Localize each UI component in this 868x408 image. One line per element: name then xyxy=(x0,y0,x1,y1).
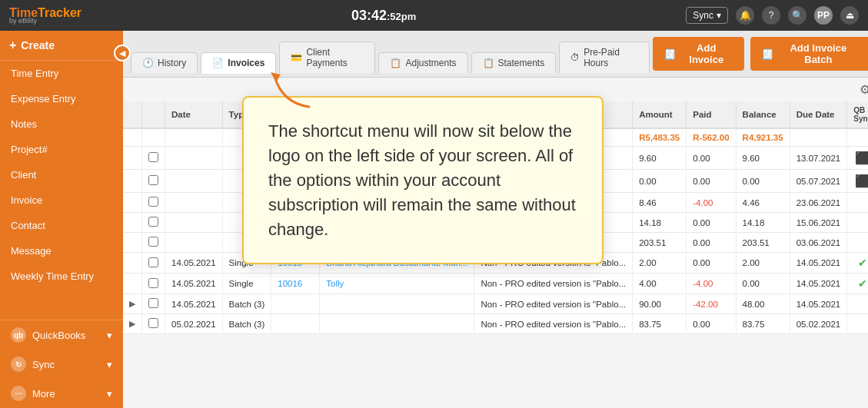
notifications-icon[interactable]: 🔔 xyxy=(736,6,754,25)
sidebar-bottom: qb QuickBooks ▾ ↻ Sync ▾ ⋯ More ▾ xyxy=(0,320,123,408)
row-client[interactable] xyxy=(320,294,474,314)
col-qb-sync[interactable]: QBSync xyxy=(847,101,868,128)
sidebar-item-quickbooks[interactable]: qb QuickBooks ▾ xyxy=(0,320,123,350)
row-type: Batch (3) xyxy=(222,294,271,314)
topbar: TimeTracker by eBility 03:42:52pm Sync ▾… xyxy=(0,0,868,31)
col-amount[interactable]: Amount xyxy=(633,101,687,128)
sidebar-item-expense-entry[interactable]: Expense Entry xyxy=(0,86,123,111)
row-amount: 14.18 xyxy=(633,213,687,233)
row-due-date: 23.06.2021 xyxy=(790,193,847,213)
row-checkbox[interactable] xyxy=(148,152,158,162)
row-project: Non - PRO edited version is "Pablo... xyxy=(474,274,633,294)
row-paid: 0.00 xyxy=(687,170,736,193)
search-icon[interactable]: 🔍 xyxy=(788,6,806,25)
tooltip-arrow xyxy=(267,68,321,113)
help-icon[interactable]: ? xyxy=(762,6,780,25)
sidebar-item-project[interactable]: Project# xyxy=(0,137,123,162)
row-paid: 0.00 xyxy=(687,213,736,233)
add-invoice-batch-button[interactable]: 🧾 Add Invoice Batch xyxy=(750,37,868,71)
create-button[interactable]: + Create xyxy=(0,31,123,61)
sidebar-item-message[interactable]: Message xyxy=(0,238,123,264)
row-checkbox[interactable] xyxy=(148,318,158,328)
row-expand[interactable] xyxy=(123,147,142,170)
summary-balance: R4,921.35 xyxy=(736,128,790,147)
tab-history[interactable]: 🕐 History xyxy=(131,52,198,73)
row-check[interactable] xyxy=(142,147,165,170)
row-checkbox[interactable] xyxy=(148,298,158,308)
tab-invoices[interactable]: 📄 Invoices xyxy=(201,52,276,74)
row-expand[interactable] xyxy=(123,213,142,233)
tab-adjustments[interactable]: 📋 Adjustments xyxy=(378,52,467,73)
col-balance[interactable]: Balance xyxy=(736,101,790,128)
row-expand[interactable] xyxy=(123,170,142,193)
logout-icon[interactable]: ⏏ xyxy=(840,6,859,25)
row-check[interactable] xyxy=(142,314,165,334)
topbar-actions: Sync ▾ 🔔 ? 🔍 PP ⏏ xyxy=(686,6,859,25)
check-sync-icon: ✔ xyxy=(858,277,867,290)
sync-label: Sync xyxy=(693,10,713,21)
row-sync xyxy=(847,193,868,213)
row-expand[interactable] xyxy=(123,274,142,294)
row-sync: ✔ xyxy=(847,274,868,294)
sidebar-item-time-entry[interactable]: Time Entry xyxy=(0,61,123,86)
row-expand[interactable] xyxy=(123,253,142,274)
row-checkbox[interactable] xyxy=(148,197,158,207)
sidebar-item-contact[interactable]: Contact xyxy=(0,213,123,238)
sidebar-item-more[interactable]: ⋯ More ▾ xyxy=(0,379,123,408)
row-project: Non - PRO edited version is "Pablo... xyxy=(474,314,633,334)
add-invoice-button[interactable]: 🧾 Add Invoice xyxy=(653,37,744,71)
row-amount: 83.75 xyxy=(633,314,687,334)
row-paid: 0.00 xyxy=(687,253,736,274)
row-project: Non - PRO edited version is "Pablo... xyxy=(474,294,633,314)
row-check[interactable] xyxy=(142,170,165,193)
expand-button[interactable]: ▶ xyxy=(129,319,135,329)
statements-tab-icon: 📋 xyxy=(483,58,494,68)
col-due-date[interactable]: Due Date xyxy=(790,101,847,128)
row-check[interactable] xyxy=(142,274,165,294)
row-checkbox[interactable] xyxy=(148,278,158,288)
row-checkbox[interactable] xyxy=(148,217,158,227)
row-checkbox[interactable] xyxy=(148,257,158,267)
sidebar-item-invoice[interactable]: Invoice xyxy=(0,187,123,213)
row-expand[interactable] xyxy=(123,233,142,253)
sidebar-item-sync[interactable]: ↻ Sync ▾ xyxy=(0,350,123,379)
summary-check xyxy=(142,128,165,147)
col-paid[interactable]: Paid xyxy=(687,101,736,128)
row-client[interactable] xyxy=(320,314,474,334)
row-expand[interactable] xyxy=(123,193,142,213)
row-check[interactable] xyxy=(142,253,165,274)
row-date xyxy=(165,213,223,233)
row-check[interactable] xyxy=(142,233,165,253)
sidebar-collapse-button[interactable]: ◀ xyxy=(114,45,131,61)
adjustments-tab-icon: 📋 xyxy=(390,58,401,68)
sidebar-item-weekly-time-entry[interactable]: Weekly Time Entry xyxy=(0,264,123,289)
user-avatar[interactable]: PP xyxy=(814,6,833,25)
row-check[interactable] xyxy=(142,294,165,314)
row-checkbox[interactable] xyxy=(148,175,158,185)
tab-prepaid-hours[interactable]: ⏱ Pre-Paid Hours xyxy=(559,41,650,73)
col-date[interactable]: Date xyxy=(165,101,223,128)
prepaid-hours-tab-icon: ⏱ xyxy=(570,52,580,63)
sidebar-item-client[interactable]: Client xyxy=(0,162,123,187)
row-check[interactable] xyxy=(142,193,165,213)
current-time: 03:42:52pm xyxy=(351,8,416,24)
row-expand[interactable]: ▶ xyxy=(123,314,142,334)
sync-button[interactable]: Sync ▾ xyxy=(686,7,728,24)
row-expand[interactable]: ▶ xyxy=(123,294,142,314)
summary-date xyxy=(165,128,223,147)
expand-button[interactable]: ▶ xyxy=(129,299,135,309)
row-check[interactable] xyxy=(142,213,165,233)
main-layout: + Create Time Entry Expense Entry Notes … xyxy=(0,31,868,408)
settings-gear-icon[interactable]: ⚙ xyxy=(860,82,868,97)
row-checkbox[interactable] xyxy=(148,237,158,247)
row-invoice xyxy=(271,314,320,334)
stack-sync-icon: ⬛ xyxy=(855,174,868,187)
row-sync: ✔ xyxy=(847,253,868,274)
sidebar-item-notes[interactable]: Notes xyxy=(0,111,123,137)
tab-statements[interactable]: 📋 Statements xyxy=(471,52,557,73)
row-invoice: 10016 xyxy=(271,274,320,294)
row-paid: -42.00 xyxy=(687,294,736,314)
row-balance: 4.46 xyxy=(736,193,790,213)
row-client[interactable]: Tolly xyxy=(320,274,474,294)
time-display: 03:42 xyxy=(351,8,387,23)
